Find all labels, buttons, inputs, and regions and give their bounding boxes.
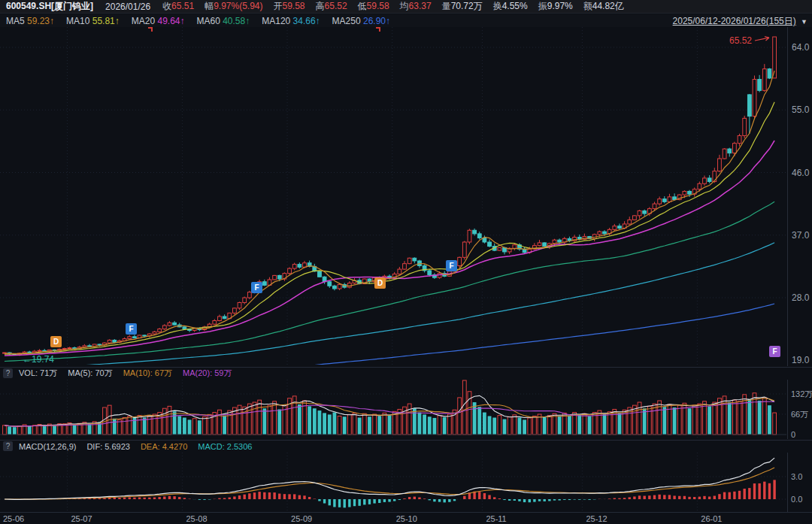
svg-text:65.52: 65.52 (729, 35, 752, 46)
quote-field-均: 均63.37 (400, 1, 432, 11)
quote-field-振: 振9.97% (538, 1, 573, 11)
quote-field-收: 收65.51 (162, 1, 194, 11)
ma-item-ma120: MA120 34.66↑ (262, 16, 320, 26)
event-badge-d[interactable]: D (50, 336, 62, 347)
help-icon[interactable]: ? (3, 441, 13, 451)
quote-field-幅: 幅9.97%(5.94) (205, 1, 262, 11)
volume-header: ? VOL: 71万 MA(5): 70万 MA(10): 67万 MA(20)… (0, 367, 812, 379)
event-marker (376, 27, 380, 32)
stock-chart-app: 600549.SH[厦门钨业] 2026/01/26 收65.51幅9.97%(… (0, 0, 812, 524)
volume-chart-canvas[interactable]: 132万66万0 (0, 380, 812, 439)
event-badge-f[interactable]: F (126, 323, 137, 335)
event-badge-f[interactable]: F (769, 346, 780, 357)
vol-value: VOL: 71万 (19, 368, 57, 379)
macd-header: ? MACD(12,26,9) DIF: 5.6923 DEA: 4.4270 … (0, 440, 812, 452)
svg-text:28.0: 28.0 (792, 292, 810, 303)
macd-value: MACD: 2.5306 (198, 442, 252, 451)
date-range-selector[interactable]: 2025/06/12-2026/01/26(155日) ▼ (673, 15, 807, 28)
event-marker (148, 27, 153, 32)
event-badge-f[interactable]: F (251, 282, 262, 293)
x-axis: 25-0625-0725-0825-0925-1025-1125-1226-01 (0, 512, 812, 524)
quote-field-高: 高65.52 (316, 1, 347, 11)
x-axis-label: 26-01 (701, 514, 722, 523)
svg-text:19.0: 19.0 (792, 355, 810, 365)
x-axis-label: 25-07 (71, 514, 92, 523)
svg-text:55.0: 55.0 (792, 104, 810, 115)
x-axis-label: 25-10 (396, 514, 417, 523)
price-chart-canvas[interactable]: 65.52←19.7464.055.046.037.028.019.0 (0, 27, 812, 366)
date-range-label: 2025/06/12-2026/01/26(155日) (673, 16, 796, 26)
ma-values: MA5 59.23↑MA10 55.81↑MA20 49.64↑MA60 40.… (6, 16, 402, 26)
macd-chart-canvas[interactable]: 3.00.0 (0, 453, 812, 512)
svg-text:66万: 66万 (791, 410, 808, 419)
svg-text:46.0: 46.0 (792, 168, 810, 178)
quote-date: 2026/01/26 (105, 2, 150, 12)
ma-item-ma20: MA20 49.64↑ (132, 16, 185, 26)
quote-fields: 收65.51幅9.97%(5.94)开59.58高65.52低59.58均63.… (162, 0, 635, 13)
svg-text:37.0: 37.0 (792, 230, 810, 241)
ma-item-ma60: MA60 40.58↑ (196, 16, 250, 26)
dea-value: DEA: 4.4270 (141, 442, 187, 451)
ma-item-ma10: MA10 55.81↑ (66, 16, 120, 26)
svg-text:0: 0 (791, 430, 795, 439)
event-badge-f[interactable]: F (446, 260, 457, 271)
quote-field-换: 换4.55% (493, 1, 528, 11)
symbol-title[interactable]: 600549.SH[厦门钨业] (6, 0, 93, 13)
dif-value: DIF: 5.6923 (86, 442, 129, 451)
vol-ma10-value: MA(10): 67万 (123, 368, 172, 379)
svg-text:0.0: 0.0 (791, 495, 802, 504)
quote-field-量: 量70.72万 (442, 1, 483, 11)
svg-text:←19.74: ←19.74 (23, 354, 54, 365)
quote-field-额: 额44.82亿 (583, 1, 624, 11)
x-axis-label: 25-06 (3, 514, 24, 523)
chevron-down-icon: ▼ (801, 18, 807, 26)
svg-text:64.0: 64.0 (792, 42, 810, 53)
x-axis-label: 25-12 (586, 514, 607, 523)
event-badge-d[interactable]: D (374, 277, 386, 289)
vol-ma20-value: MA(20): 59万 (183, 368, 232, 379)
help-icon[interactable]: ? (3, 368, 13, 378)
svg-text:3.0: 3.0 (791, 472, 802, 481)
quote-field-低: 低59.58 (358, 1, 389, 11)
quote-header: 600549.SH[厦门钨业] 2026/01/26 收65.51幅9.97%(… (0, 0, 812, 14)
x-axis-label: 25-09 (291, 514, 312, 523)
vol-ma5-value: MA(5): 70万 (68, 368, 112, 379)
ma-item-ma5: MA5 59.23↑ (6, 16, 54, 26)
x-axis-label: 25-11 (486, 514, 506, 523)
macd-name: MACD(12,26,9) (19, 442, 76, 451)
svg-text:132万: 132万 (791, 389, 812, 398)
quote-field-开: 开59.58 (274, 1, 305, 11)
ma-item-ma250: MA250 26.90↑ (332, 16, 390, 26)
ma-header: MA5 59.23↑MA10 55.81↑MA20 49.64↑MA60 40.… (0, 14, 812, 27)
x-axis-label: 25-08 (186, 514, 207, 523)
